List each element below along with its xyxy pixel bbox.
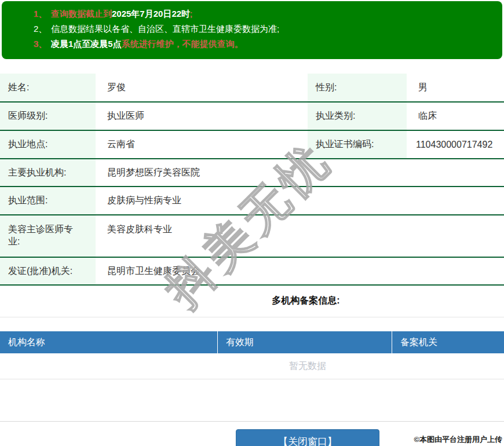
table-row: 执业地点: 云南省 执业证书编码: 110430000717492 bbox=[0, 130, 504, 159]
main-institution-value: 昆明梦想医疗美容医院 bbox=[96, 159, 504, 187]
notice-banner: 1、查询数据截止到2025年7月20日22时; 2、信息数据结果以各省、自治区、… bbox=[2, 1, 502, 59]
notice-text: 信息数据结果以各省、自治区、直辖市卫生健康委数据为准; bbox=[51, 24, 279, 34]
notice-text: 查询数据截止到 bbox=[51, 9, 112, 19]
table-row: 执业范围: 皮肤病与性病专业 bbox=[0, 187, 504, 215]
gender-label: 性别: bbox=[308, 74, 407, 102]
name-label: 姓名: bbox=[0, 74, 96, 102]
notice-number: 2、 bbox=[34, 21, 51, 36]
notice-number: 1、 bbox=[34, 6, 51, 21]
table-row: 美容主诊医师专业: 美容皮肤科专业 bbox=[0, 215, 504, 257]
practice-scope-label: 执业范围: bbox=[0, 187, 96, 215]
section-divider bbox=[0, 317, 504, 317]
notice-text: ; bbox=[190, 9, 192, 19]
practitioner-info-table: 姓名: 罗俊 性别: 男 医师级别: 执业医师 执业类别: 临床 执业地点: 云… bbox=[0, 74, 504, 286]
page: 1、查询数据截止到2025年7月20日22时; 2、信息数据结果以各省、自治区、… bbox=[0, 0, 504, 446]
close-window-button[interactable]: 【关闭窗口】 bbox=[236, 429, 379, 446]
table-row: 医师级别: 执业医师 执业类别: 临床 bbox=[0, 102, 504, 130]
issuing-authority-value: 昆明市卫生健康委员会 bbox=[96, 257, 504, 285]
notice-text-bold: 凌晨1点至凌晨5点 bbox=[51, 39, 122, 49]
records-table-header: 机构名称 有效期 备案机关 bbox=[0, 331, 504, 353]
no-data-text: 暂无数据 bbox=[289, 360, 326, 372]
notice-number: 3、 bbox=[34, 36, 51, 52]
practice-scope-value: 皮肤病与性病专业 bbox=[96, 187, 504, 215]
footer-divider bbox=[0, 421, 504, 422]
doctor-level-value: 执业医师 bbox=[96, 102, 308, 130]
practice-category-value: 临床 bbox=[407, 102, 504, 130]
doctor-level-label: 医师级别: bbox=[0, 102, 96, 130]
cosmetic-specialty-label: 美容主诊医师专业: bbox=[0, 215, 96, 257]
issuing-authority-label: 发证(批准)机关: bbox=[0, 257, 96, 285]
certificate-number-value: 110430000717492 bbox=[407, 130, 504, 159]
column-header-filing-authority: 备案机关 bbox=[392, 331, 504, 353]
table-row: 主要执业机构: 昆明梦想医疗美容医院 bbox=[0, 159, 504, 187]
notice-text: 系统进行维护，不能提供查询。 bbox=[122, 39, 243, 49]
main-institution-label: 主要执业机构: bbox=[0, 159, 96, 187]
certificate-number-label: 执业证书编码: bbox=[308, 130, 407, 159]
gender-value: 男 bbox=[407, 74, 504, 102]
practice-category-label: 执业类别: bbox=[308, 102, 407, 130]
records-empty-row: 暂无数据 bbox=[0, 353, 504, 379]
practice-place-value: 云南省 bbox=[96, 130, 308, 159]
notice-item-3: 3、凌晨1点至凌晨5点系统进行维护，不能提供查询。 bbox=[34, 36, 496, 52]
column-header-validity-period: 有效期 bbox=[218, 331, 392, 353]
notice-item-2: 2、信息数据结果以各省、自治区、直辖市卫生健康委数据为准; bbox=[34, 21, 496, 36]
practice-place-label: 执业地点: bbox=[0, 130, 96, 159]
copyright-watermark-text: ©本图由平台注册用户上传 bbox=[414, 434, 502, 445]
table-row: 姓名: 罗俊 性别: 男 bbox=[0, 74, 504, 102]
notice-text-bold: 2025年7月20日22时 bbox=[112, 9, 190, 19]
multi-institution-section-title: 多机构备案信息: bbox=[272, 295, 339, 307]
column-header-institution-name: 机构名称 bbox=[0, 331, 218, 353]
cosmetic-specialty-value: 美容皮肤科专业 bbox=[96, 215, 504, 257]
notice-item-1: 1、查询数据截止到2025年7月20日22时; bbox=[34, 6, 496, 21]
name-value: 罗俊 bbox=[96, 74, 308, 102]
table-row: 发证(批准)机关: 昆明市卫生健康委员会 bbox=[0, 257, 504, 285]
